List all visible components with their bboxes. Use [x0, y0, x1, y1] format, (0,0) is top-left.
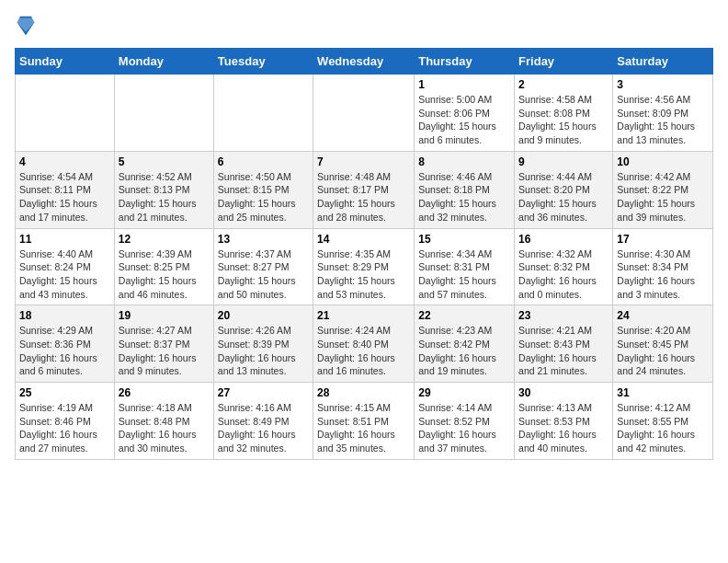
day-number: 20 — [218, 309, 309, 322]
day-info: Sunrise: 4:19 AM Sunset: 8:46 PM Dayligh… — [19, 402, 97, 454]
day-number: 7 — [317, 155, 410, 168]
calendar-cell: 16Sunrise: 4:32 AM Sunset: 8:32 PM Dayli… — [515, 228, 613, 305]
day-number: 25 — [19, 386, 110, 399]
day-info: Sunrise: 4:14 AM Sunset: 8:52 PM Dayligh… — [418, 402, 496, 454]
day-info: Sunrise: 4:27 AM Sunset: 8:37 PM Dayligh… — [119, 325, 197, 376]
calendar-week-row: 4Sunrise: 4:54 AM Sunset: 8:11 PM Daylig… — [16, 151, 713, 228]
calendar-cell: 13Sunrise: 4:37 AM Sunset: 8:27 PM Dayli… — [213, 228, 313, 305]
day-number: 14 — [317, 233, 410, 246]
day-info: Sunrise: 5:00 AM Sunset: 8:06 PM Dayligh… — [418, 94, 496, 145]
day-info: Sunrise: 4:23 AM Sunset: 8:42 PM Dayligh… — [418, 325, 496, 376]
day-info: Sunrise: 4:56 AM Sunset: 8:09 PM Dayligh… — [617, 94, 695, 145]
day-info: Sunrise: 4:29 AM Sunset: 8:36 PM Dayligh… — [19, 325, 97, 376]
day-info: Sunrise: 4:21 AM Sunset: 8:43 PM Dayligh… — [518, 325, 597, 376]
calendar-cell: 10Sunrise: 4:42 AM Sunset: 8:22 PM Dayli… — [613, 151, 713, 228]
day-info: Sunrise: 4:39 AM Sunset: 8:25 PM Dayligh… — [119, 248, 197, 300]
weekday-header-saturday: Saturday — [613, 49, 713, 75]
day-number: 15 — [418, 233, 510, 246]
calendar-cell — [114, 75, 213, 152]
day-info: Sunrise: 4:13 AM Sunset: 8:53 PM Dayligh… — [518, 402, 597, 454]
day-number: 28 — [317, 386, 410, 399]
calendar-cell: 20Sunrise: 4:26 AM Sunset: 8:39 PM Dayli… — [213, 305, 313, 383]
day-info: Sunrise: 4:26 AM Sunset: 8:39 PM Dayligh… — [218, 325, 296, 376]
day-info: Sunrise: 4:24 AM Sunset: 8:40 PM Dayligh… — [317, 325, 395, 376]
calendar-week-row: 25Sunrise: 4:19 AM Sunset: 8:46 PM Dayli… — [16, 383, 713, 460]
calendar-cell: 26Sunrise: 4:18 AM Sunset: 8:48 PM Dayli… — [114, 383, 213, 460]
day-info: Sunrise: 4:34 AM Sunset: 8:31 PM Dayligh… — [418, 248, 496, 300]
calendar-cell: 15Sunrise: 4:34 AM Sunset: 8:31 PM Dayli… — [415, 228, 515, 305]
day-info: Sunrise: 4:30 AM Sunset: 8:34 PM Dayligh… — [617, 248, 695, 300]
day-number: 19 — [119, 309, 210, 322]
day-info: Sunrise: 4:32 AM Sunset: 8:32 PM Dayligh… — [518, 248, 597, 300]
day-number: 3 — [617, 78, 709, 91]
calendar-week-row: 18Sunrise: 4:29 AM Sunset: 8:36 PM Dayli… — [16, 305, 713, 383]
calendar-cell: 21Sunrise: 4:24 AM Sunset: 8:40 PM Dayli… — [313, 305, 415, 383]
day-number: 22 — [418, 309, 510, 322]
calendar-body: 1Sunrise: 5:00 AM Sunset: 8:06 PM Daylig… — [16, 75, 713, 460]
logo — [15, 15, 35, 37]
day-info: Sunrise: 4:44 AM Sunset: 8:20 PM Dayligh… — [518, 171, 597, 223]
day-number: 12 — [119, 233, 210, 246]
day-number: 23 — [518, 309, 609, 322]
day-number: 21 — [317, 309, 410, 322]
day-number: 5 — [119, 155, 210, 168]
calendar-cell: 27Sunrise: 4:16 AM Sunset: 8:49 PM Dayli… — [213, 383, 313, 460]
calendar-header-row: SundayMondayTuesdayWednesdayThursdayFrid… — [16, 49, 713, 75]
day-number: 29 — [418, 386, 510, 399]
day-info: Sunrise: 4:46 AM Sunset: 8:18 PM Dayligh… — [418, 171, 496, 223]
calendar-cell: 3Sunrise: 4:56 AM Sunset: 8:09 PM Daylig… — [613, 75, 713, 152]
day-info: Sunrise: 4:58 AM Sunset: 8:08 PM Dayligh… — [518, 94, 597, 145]
calendar-cell: 6Sunrise: 4:50 AM Sunset: 8:15 PM Daylig… — [213, 151, 313, 228]
day-info: Sunrise: 4:20 AM Sunset: 8:45 PM Dayligh… — [617, 325, 695, 376]
calendar-cell: 14Sunrise: 4:35 AM Sunset: 8:29 PM Dayli… — [313, 228, 415, 305]
calendar-cell: 7Sunrise: 4:48 AM Sunset: 8:17 PM Daylig… — [313, 151, 415, 228]
day-number: 4 — [19, 155, 110, 168]
day-number: 16 — [518, 233, 609, 246]
day-number: 10 — [617, 155, 709, 168]
day-number: 2 — [518, 78, 609, 91]
calendar-cell: 9Sunrise: 4:44 AM Sunset: 8:20 PM Daylig… — [515, 151, 613, 228]
weekday-header-friday: Friday — [515, 49, 613, 75]
calendar-cell — [313, 75, 415, 152]
weekday-header-wednesday: Wednesday — [313, 49, 415, 75]
day-number: 18 — [19, 309, 110, 322]
day-info: Sunrise: 4:35 AM Sunset: 8:29 PM Dayligh… — [317, 248, 395, 300]
day-number: 11 — [19, 233, 110, 246]
calendar-cell: 31Sunrise: 4:12 AM Sunset: 8:55 PM Dayli… — [613, 383, 713, 460]
calendar-cell: 24Sunrise: 4:20 AM Sunset: 8:45 PM Dayli… — [613, 305, 713, 383]
weekday-header-monday: Monday — [114, 49, 213, 75]
day-number: 17 — [617, 233, 709, 246]
calendar-cell: 12Sunrise: 4:39 AM Sunset: 8:25 PM Dayli… — [114, 228, 213, 305]
day-number: 24 — [617, 309, 709, 322]
weekday-header-thursday: Thursday — [415, 49, 515, 75]
day-info: Sunrise: 4:37 AM Sunset: 8:27 PM Dayligh… — [218, 248, 296, 300]
weekday-header-sunday: Sunday — [16, 49, 115, 75]
calendar-cell: 18Sunrise: 4:29 AM Sunset: 8:36 PM Dayli… — [16, 305, 115, 383]
calendar-cell: 25Sunrise: 4:19 AM Sunset: 8:46 PM Dayli… — [16, 383, 115, 460]
calendar-cell — [16, 75, 115, 152]
calendar-cell: 29Sunrise: 4:14 AM Sunset: 8:52 PM Dayli… — [415, 383, 515, 460]
logo-icon — [17, 15, 35, 37]
day-number: 26 — [119, 386, 210, 399]
day-info: Sunrise: 4:52 AM Sunset: 8:13 PM Dayligh… — [119, 171, 197, 223]
day-info: Sunrise: 4:42 AM Sunset: 8:22 PM Dayligh… — [617, 171, 695, 223]
day-info: Sunrise: 4:50 AM Sunset: 8:15 PM Dayligh… — [218, 171, 296, 223]
calendar-cell: 1Sunrise: 5:00 AM Sunset: 8:06 PM Daylig… — [415, 75, 515, 152]
day-number: 13 — [218, 233, 309, 246]
calendar-cell: 19Sunrise: 4:27 AM Sunset: 8:37 PM Dayli… — [114, 305, 213, 383]
day-info: Sunrise: 4:15 AM Sunset: 8:51 PM Dayligh… — [317, 402, 395, 454]
day-info: Sunrise: 4:12 AM Sunset: 8:55 PM Dayligh… — [617, 402, 695, 454]
calendar-cell — [213, 75, 313, 152]
day-info: Sunrise: 4:48 AM Sunset: 8:17 PM Dayligh… — [317, 171, 395, 223]
calendar-cell: 2Sunrise: 4:58 AM Sunset: 8:08 PM Daylig… — [515, 75, 613, 152]
day-number: 8 — [418, 155, 510, 168]
svg-marker-1 — [17, 17, 35, 31]
day-number: 31 — [617, 386, 709, 399]
calendar-cell: 28Sunrise: 4:15 AM Sunset: 8:51 PM Dayli… — [313, 383, 415, 460]
calendar-cell: 11Sunrise: 4:40 AM Sunset: 8:24 PM Dayli… — [16, 228, 115, 305]
day-info: Sunrise: 4:18 AM Sunset: 8:48 PM Dayligh… — [119, 402, 197, 454]
weekday-header-tuesday: Tuesday — [213, 49, 313, 75]
day-info: Sunrise: 4:40 AM Sunset: 8:24 PM Dayligh… — [19, 248, 97, 300]
calendar-week-row: 11Sunrise: 4:40 AM Sunset: 8:24 PM Dayli… — [16, 228, 713, 305]
calendar-table: SundayMondayTuesdayWednesdayThursdayFrid… — [15, 48, 713, 460]
